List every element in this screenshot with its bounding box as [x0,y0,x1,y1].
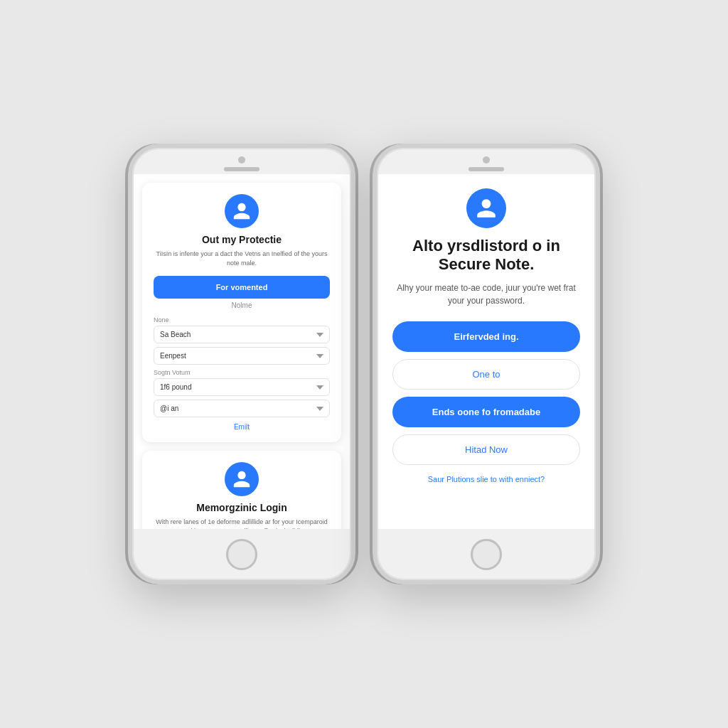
right-btn2[interactable]: One to [392,359,580,390]
left-phone-bottom [132,532,351,580]
footer-link: Saur Plutions slie to with enniect? [428,475,545,483]
person-icon-right [475,197,498,220]
mnemonic-card: Memorgzinic Login With rere lanes of 1e … [142,451,341,529]
speaker [224,167,259,171]
left-phone-screen: Out my Protectie TiIsIn is infente your … [134,174,350,529]
card1-subtitle: TiIsIn is infente your a dact the Vetns … [154,250,330,267]
right-title: Alto yrsdlistord o in Secure Note. [392,237,580,274]
select2[interactable]: Eenpest [154,347,330,365]
footer-link-action[interactable]: enniect? [515,475,545,483]
camera-dot-right [483,156,490,164]
left-phone: Out my Protectie TiIsIn is infente your … [128,144,355,584]
edit-link[interactable]: Emilt [154,423,330,431]
right-avatar [466,188,506,228]
home-button-left[interactable] [226,539,257,570]
select3[interactable]: 1f6 pound [154,378,330,396]
phones-container: Out my Protectie TiIsIn is infente your … [128,144,600,584]
camera-dot [238,156,245,164]
card1-secondary-label: Nolme [154,301,330,309]
avatar2 [225,462,259,496]
card1-title: Out my Protectie [154,234,330,245]
speaker-right [469,167,504,171]
right-phone-bottom [377,532,596,580]
person-icon [232,201,252,221]
right-subtitle: Alhy your meate to-ae code, juur you're … [392,282,580,307]
person-icon2 [232,469,252,489]
right-phone-top [377,148,596,171]
right-btn1[interactable]: Eirfervded ing. [392,321,580,352]
footer-link-text: Saur Plutions slie to with [428,475,515,483]
home-button-right[interactable] [471,539,502,570]
form-label1: None [154,316,330,323]
avatar [225,194,259,228]
select4[interactable]: @i an [154,400,330,417]
right-btn3[interactable]: Ends oone fo fromadabe [392,397,580,427]
right-btn4[interactable]: Hitad Now [392,434,580,465]
right-phone: Alto yrsdlistord o in Secure Note. Alhy … [373,144,600,584]
protection-card: Out my Protectie TiIsIn is infente your … [142,183,341,442]
left-phone-top [132,148,351,171]
select1[interactable]: Sa Beach [154,326,330,343]
card2-title: Memorgzinic Login [154,502,330,513]
card2-subtitle: With rere lanes of 1e deforme adlillide … [154,518,330,529]
form-label2: Sogtn Votum [154,369,330,376]
card1-primary-button[interactable]: For vomented [154,276,330,299]
right-phone-screen: Alto yrsdlistord o in Secure Note. Alhy … [378,174,594,529]
